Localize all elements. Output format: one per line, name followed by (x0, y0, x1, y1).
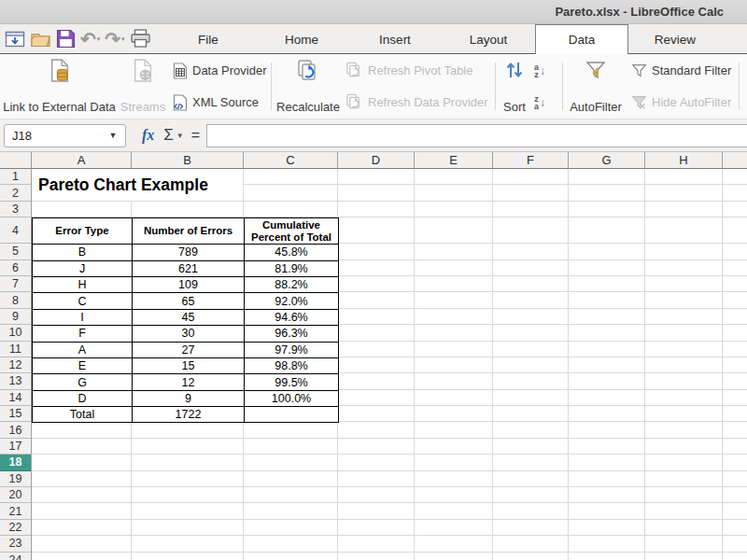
table-cell[interactable]: Total (33, 407, 133, 423)
row-header-2[interactable]: 2 (0, 185, 31, 201)
xml-source-button[interactable]: XML Source (173, 90, 268, 115)
print-icon[interactable] (130, 29, 151, 49)
table-cell[interactable]: 99.5% (245, 374, 339, 390)
row-header-24[interactable]: 24 (0, 553, 31, 560)
column-header-G[interactable]: G (569, 152, 645, 169)
formula-input[interactable] (206, 124, 747, 147)
table-cell[interactable]: C (33, 293, 133, 309)
streams-button[interactable]: Streams (119, 59, 167, 114)
column-header-D[interactable]: D (338, 152, 415, 169)
hide-autofilter-button[interactable]: Hide AutoFilter (631, 90, 736, 115)
name-box[interactable]: J18 ▼ (4, 124, 126, 147)
undo-icon[interactable]: ↶▾ (80, 30, 100, 49)
tab-file[interactable]: File (162, 24, 255, 54)
row-header-9[interactable]: 9 (0, 309, 31, 325)
cells-area[interactable]: Pareto Chart Example Error TypeNumber of… (32, 169, 747, 560)
table-header-cell[interactable]: Number of Errors (133, 218, 245, 245)
cell-reference[interactable]: J18 (5, 129, 101, 143)
table-cell[interactable]: 45 (133, 309, 245, 325)
grid-row-21[interactable] (32, 503, 747, 519)
autofilter-button[interactable]: AutoFilter (568, 59, 624, 114)
sum-icon[interactable]: Σ (163, 126, 174, 145)
row-header-7[interactable]: 7 (0, 276, 31, 292)
table-cell[interactable]: A (33, 342, 133, 357)
save-icon[interactable] (56, 29, 76, 49)
link-to-external-data-button[interactable]: Link to External Data (0, 59, 119, 114)
table-cell[interactable]: 45.8% (245, 245, 339, 260)
table-cell[interactable]: 81.9% (245, 260, 339, 276)
refresh-pivot-table-button[interactable]: Refresh Pivot Table (345, 58, 487, 83)
column-header-partial[interactable] (723, 152, 747, 169)
table-cell[interactable]: J (33, 260, 133, 276)
row-header-8[interactable]: 8 (0, 292, 31, 308)
row-header-13[interactable]: 13 (0, 373, 31, 389)
tab-home[interactable]: Home (255, 24, 348, 54)
table-cell[interactable]: 9 (133, 390, 245, 406)
tab-data[interactable]: Data (535, 24, 628, 54)
row-header-3[interactable]: 3 (0, 202, 31, 217)
refresh-data-provider-button[interactable]: Refresh Data Provider (345, 90, 487, 115)
row-header-22[interactable]: 22 (0, 520, 31, 536)
table-cell[interactable]: 97.9% (245, 342, 339, 357)
row-header-1[interactable]: 1 (0, 169, 31, 185)
table-cell[interactable] (245, 407, 339, 423)
open-folder-icon[interactable] (30, 29, 51, 49)
function-wizard-icon[interactable]: fx (142, 127, 154, 144)
tab-insert[interactable]: Insert (348, 24, 442, 54)
row-header-11[interactable]: 11 (0, 342, 31, 357)
table-cell[interactable]: G (33, 374, 133, 390)
row-header-12[interactable]: 12 (0, 357, 31, 373)
redo-icon[interactable]: ↷▾ (105, 30, 124, 49)
row-header-10[interactable]: 10 (0, 325, 31, 341)
table-cell[interactable]: 98.8% (245, 357, 339, 373)
row-header-23[interactable]: 23 (0, 536, 31, 552)
tab-layout[interactable]: Layout (442, 24, 535, 54)
column-header-C[interactable]: C (244, 152, 338, 169)
grid-row-23[interactable] (32, 536, 747, 552)
table-cell[interactable]: 789 (133, 245, 245, 260)
table-cell[interactable]: 15 (133, 357, 245, 373)
table-cell[interactable]: I (33, 309, 133, 325)
grid-row-17[interactable] (32, 439, 747, 455)
row-header-20[interactable]: 20 (0, 487, 31, 503)
row-header-18[interactable]: 18 (0, 455, 31, 470)
grid-row-18[interactable] (32, 455, 747, 470)
table-cell[interactable]: E (33, 357, 133, 373)
table-cell[interactable]: 100.0% (245, 390, 339, 406)
row-header-6[interactable]: 6 (0, 260, 31, 276)
column-header-B[interactable]: B (132, 152, 244, 169)
row-header-16[interactable]: 16 (0, 422, 31, 438)
sum-dropdown-icon[interactable]: ▼ (176, 132, 184, 140)
table-cell[interactable]: 621 (133, 260, 245, 276)
column-header-H[interactable]: H (645, 152, 723, 169)
row-header-15[interactable]: 15 (0, 406, 31, 422)
table-header-cell[interactable]: Error Type (33, 218, 133, 245)
row-header-5[interactable]: 5 (0, 244, 31, 259)
grid-row-16[interactable] (32, 422, 747, 438)
column-header-F[interactable]: F (493, 152, 569, 169)
sort-button[interactable]: Sort (500, 59, 529, 114)
table-cell[interactable]: 30 (133, 326, 245, 342)
table-cell[interactable]: 109 (133, 276, 245, 292)
table-cell[interactable]: F (33, 326, 133, 342)
table-cell[interactable]: 92.0% (245, 293, 339, 309)
table-cell[interactable]: D (33, 390, 133, 406)
grid-row-22[interactable] (32, 520, 747, 536)
table-header-cell[interactable]: Cumulative Percent of Total (245, 218, 339, 245)
table-cell[interactable]: 65 (133, 293, 245, 309)
recalculate-button[interactable]: Recalculate (276, 59, 340, 114)
table-cell[interactable]: 12 (133, 374, 245, 390)
grid-row-19[interactable] (32, 471, 747, 487)
table-cell[interactable]: H (33, 276, 133, 292)
table-cell[interactable]: 1722 (133, 407, 245, 423)
formula-icon[interactable]: = (191, 127, 200, 144)
sort-ascending-button[interactable]: az↓ (534, 58, 558, 83)
grid-row-20[interactable] (32, 487, 747, 503)
sheet-title[interactable]: Pareto Chart Example (38, 169, 208, 202)
table-cell[interactable]: 88.2% (245, 276, 339, 292)
column-header-A[interactable]: A (32, 152, 132, 169)
standard-filter-button[interactable]: Standard Filter (631, 58, 736, 83)
row-header-14[interactable]: 14 (0, 390, 31, 406)
grid-row-24[interactable] (32, 553, 747, 560)
sort-descending-button[interactable]: za↓ (534, 90, 558, 115)
